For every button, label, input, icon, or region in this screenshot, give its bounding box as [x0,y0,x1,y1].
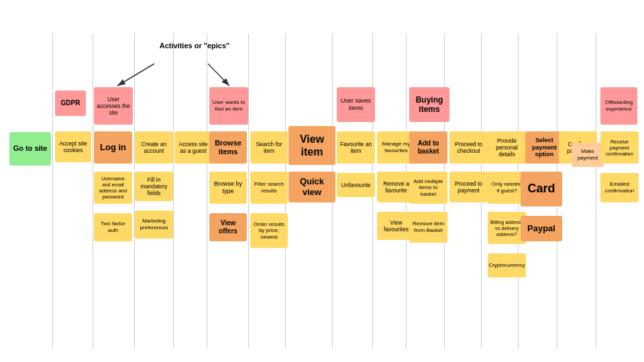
card-sticky: Card [521,172,562,206]
col-line-5 [207,34,207,349]
receive-payment-sticky: Receive payment confirmation [600,131,639,164]
two-factor-sticky: Two factor auth [94,213,132,241]
proceed-checkout-sticky: Proceed to checkout [449,131,488,164]
browse-items-sticky: Browse items [209,131,247,164]
add-multiple-sticky: Add multiple items to basket [409,172,447,204]
svg-line-2 [208,64,229,86]
username-email-sticky: Username and email address and password [94,172,132,204]
view-offers-sticky: View offers [209,213,247,241]
user-saves-sticky: User saves items [337,87,375,122]
accept-cookies-sticky: Accept site cookies [55,131,91,162]
user-wants-find-sticky: User wants to find an item [209,87,248,125]
paypal-sticky: Paypal [521,216,562,241]
order-results-sticky: Order results by price, newest [250,213,288,248]
view-item-sticky: View item [288,126,335,165]
offboarding-sticky: Offboarding experience [600,87,637,125]
cryptocurrency-sticky: Cryptocurrency [488,253,526,278]
add-basket-sticky: Add to basket [409,131,447,164]
activities-annotation: Activities or "epics" [134,42,255,50]
go-to-site-sticky: Go to site [9,132,51,166]
browse-type-sticky: Browse by type [209,172,247,204]
filter-results-sticky: Filter search results [250,172,288,204]
story-map-canvas: Activities or "epics" Go to site GDPR Ac… [0,0,644,362]
fill-mandatory-sticky: Fill in mandatory fields [135,172,173,201]
quick-view-sticky: Quick view [288,172,335,202]
buying-items-sticky: Buying items [409,87,449,122]
select-payment-sticky: Select payment option [525,131,564,164]
svg-line-1 [117,64,154,86]
access-guest-sticky: Access site as a guest [174,131,212,164]
col-line-1 [52,34,53,349]
make-payment-sticky: Make payment [572,143,604,167]
remove-basket-sticky: Remove item from Basket [409,212,447,243]
col-line-15 [596,34,596,349]
emailed-confirmation-sticky: Emailed confirmation [600,173,639,202]
col-line-6 [248,34,249,349]
col-line-4 [173,34,174,349]
log-in-sticky: Log in [94,131,132,164]
proceed-payment-sticky: Proceed to payment [449,172,488,202]
gdpr-sticky: GDPR [55,90,86,116]
provide-personal-sticky: Provide personal details [488,131,526,164]
marketing-prefs-sticky: Marketing preferences [135,210,173,239]
favourite-item-sticky: Favourite an item [337,131,375,164]
user-accesses-sticky: User accesses the site [94,87,133,125]
unfavourite-sticky: Unfavourite [337,173,375,197]
col-line-2 [93,34,93,349]
create-account-sticky: Create an account [135,131,173,164]
search-item-sticky: Search for item [250,131,288,164]
